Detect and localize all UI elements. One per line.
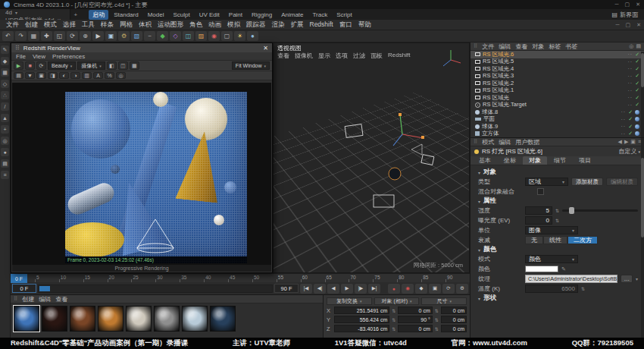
- rotation-field[interactable]: 0 cm: [398, 307, 432, 314]
- new-interface-button[interactable]: ▤ 新界面: [605, 9, 644, 20]
- doc-close-button[interactable]: ✕: [636, 22, 641, 28]
- compare-ab-icon[interactable]: ◫: [118, 61, 128, 70]
- playback-settings-button[interactable]: ⚙: [456, 284, 468, 294]
- viewport-menu-item[interactable]: 摄像机: [295, 52, 313, 60]
- end-frame-field[interactable]: 90 F: [274, 284, 299, 293]
- preview-range[interactable]: [38, 285, 273, 293]
- object-manager-menu-item[interactable]: 查看: [515, 42, 527, 51]
- render-restart-icon[interactable]: ⟳: [36, 61, 46, 70]
- spinner-icon[interactable]: ⇅: [392, 326, 395, 332]
- RS 区域光.5[interactable]: RS 区域光.5 ·· ✓: [470, 58, 644, 66]
- menu-item[interactable]: 体积: [136, 20, 155, 30]
- RS 区域光[interactable]: RS 区域光 ·· ✓: [470, 94, 644, 102]
- scale-icon[interactable]: ◱: [54, 31, 65, 41]
- material-tag-icon[interactable]: [635, 131, 639, 136]
- RS 区域光.4[interactable]: RS 区域光.4 ·· ✓: [470, 65, 644, 73]
- document-tab[interactable]: 4d ▾ ✕: [0, 9, 70, 16]
- primitive-cube-icon[interactable]: ▧: [131, 31, 142, 41]
- material-swatch[interactable]: [70, 306, 95, 332]
- layout-preset-button[interactable]: Rigging: [248, 11, 276, 19]
- attribute-tab[interactable]: 基本: [473, 156, 497, 165]
- play-button[interactable]: ▶: [341, 284, 353, 294]
- rotation-field[interactable]: 0 cm: [398, 325, 432, 332]
- exposure-icon[interactable]: ◐: [59, 72, 69, 79]
- layout-preset-button[interactable]: Standard: [110, 11, 142, 19]
- menu-item[interactable]: 选择: [60, 20, 79, 30]
- range-current-marker[interactable]: [39, 286, 50, 291]
- section-color[interactable]: ▾ 颜色: [478, 245, 638, 254]
- texture-path-field[interactable]: C:\Users\Administrator\Desktop\SoftBox_S…: [525, 275, 617, 283]
- RS 区域光.2[interactable]: RS 区域光.2 ·· ✓: [470, 80, 644, 87]
- viewport-solo-icon[interactable]: ◎: [1, 137, 9, 145]
- visibility-dots[interactable]: ··: [621, 131, 626, 137]
- enabled-check-icon[interactable]: ✓: [628, 130, 633, 137]
- record-button[interactable]: ●: [388, 284, 400, 294]
- close-button[interactable]: ✕: [636, 2, 640, 8]
- color-mode-dropdown[interactable]: 颜色▾: [525, 255, 578, 263]
- text-overlay-icon[interactable]: A: [93, 72, 103, 79]
- material-swatch[interactable]: [98, 306, 123, 332]
- menu-item[interactable]: 渲染: [269, 20, 288, 30]
- coordinate-header-dropdown[interactable]: 复制交换▾: [327, 297, 372, 305]
- visibility-dots[interactable]: ··: [621, 124, 626, 129]
- section-object[interactable]: ▾ 对象: [478, 168, 638, 177]
- object-manager-menu-item[interactable]: 标签: [549, 42, 561, 51]
- volume-icon[interactable]: ▨: [195, 31, 207, 41]
- layout-preset-button[interactable]: Animate: [277, 11, 307, 19]
- redo-icon[interactable]: ↷: [15, 31, 27, 41]
- visibility-dots[interactable]: ··: [627, 52, 633, 57]
- unit-dropdown[interactable]: 图像▾: [525, 226, 578, 234]
- mix-checkbox[interactable]: [537, 188, 544, 195]
- save-image-icon[interactable]: ▼: [25, 72, 35, 79]
- material-swatch[interactable]: [126, 306, 152, 332]
- attribute-tab[interactable]: 坐标: [498, 156, 522, 165]
- position-field[interactable]: 251.5491 cm: [334, 307, 390, 314]
- color-swatch[interactable]: [525, 266, 558, 272]
- enabled-check-icon[interactable]: ✓: [628, 124, 633, 130]
- slider-knob[interactable]: [569, 207, 574, 214]
- texture-browse-button[interactable]: …: [621, 275, 633, 283]
- enabled-check-icon[interactable]: ✓: [635, 87, 639, 93]
- enabled-check-icon[interactable]: ✓: [635, 95, 639, 101]
- object-manager-menu-item[interactable]: 对象: [532, 42, 544, 51]
- spinner-icon[interactable]: ⇅: [435, 326, 439, 332]
- nav-back-icon[interactable]: ◀: [618, 139, 622, 145]
- current-frame-field[interactable]: 0 F: [12, 284, 36, 293]
- material-swatch[interactable]: [182, 306, 208, 332]
- enabled-check-icon[interactable]: ✓: [635, 73, 639, 79]
- object-manager-menu-item[interactable]: 文件: [482, 42, 494, 51]
- menu-item[interactable]: 创建: [22, 20, 41, 30]
- coordinate-system-icon[interactable]: ⊕: [80, 31, 91, 41]
- next-key-button[interactable]: |▶: [355, 284, 367, 294]
- material-menu-item[interactable]: 编辑: [39, 295, 51, 303]
- material-swatch[interactable]: [154, 306, 180, 332]
- axis-gizmo[interactable]: [439, 46, 464, 72]
- enabled-check-icon[interactable]: ✓: [635, 80, 639, 86]
- attribute-tab[interactable]: 细节: [548, 156, 572, 165]
- white-balance-icon[interactable]: ◑: [70, 72, 80, 79]
- search-icon[interactable]: ◎: [629, 43, 633, 49]
- material-tag-icon[interactable]: [635, 110, 639, 115]
- render-stop-icon[interactable]: ■: [25, 61, 35, 70]
- enabled-check-icon[interactable]: ✓: [635, 52, 639, 58]
- menu-item[interactable]: 帮助: [355, 20, 374, 30]
- points-mode-icon[interactable]: ∴: [1, 91, 9, 99]
- visibility-dots[interactable]: ··: [621, 109, 626, 115]
- minimize-button[interactable]: ─: [615, 2, 619, 8]
- object-manager-menu-item[interactable]: 书签: [565, 42, 577, 51]
- material-icon[interactable]: ●: [247, 31, 258, 41]
- RS 区域光.Target[interactable]: RS 区域光.Target ·· ✓: [470, 102, 644, 109]
- type-dropdown[interactable]: 区域▾: [525, 178, 568, 186]
- viewport-menu-item[interactable]: 查看: [277, 52, 289, 60]
- material-menu-item[interactable]: 创建: [22, 295, 34, 303]
- spinner-icon[interactable]: ⇅: [392, 317, 395, 322]
- key-scale-button[interactable]: ▣: [429, 284, 441, 294]
- spinner-icon[interactable]: ⇅: [435, 317, 439, 322]
- falloff-option-button[interactable]: 线性: [543, 236, 567, 244]
- falloff-option-button[interactable]: 无: [525, 236, 543, 244]
- doc-maximize-button[interactable]: ▢: [626, 22, 631, 28]
- attribute-tab[interactable]: 项目: [573, 156, 597, 165]
- enabled-check-icon[interactable]: ✓: [635, 66, 639, 72]
- size-field[interactable]: 0 cm: [441, 316, 467, 323]
- falloff-option-button[interactable]: 二次方: [567, 236, 598, 244]
